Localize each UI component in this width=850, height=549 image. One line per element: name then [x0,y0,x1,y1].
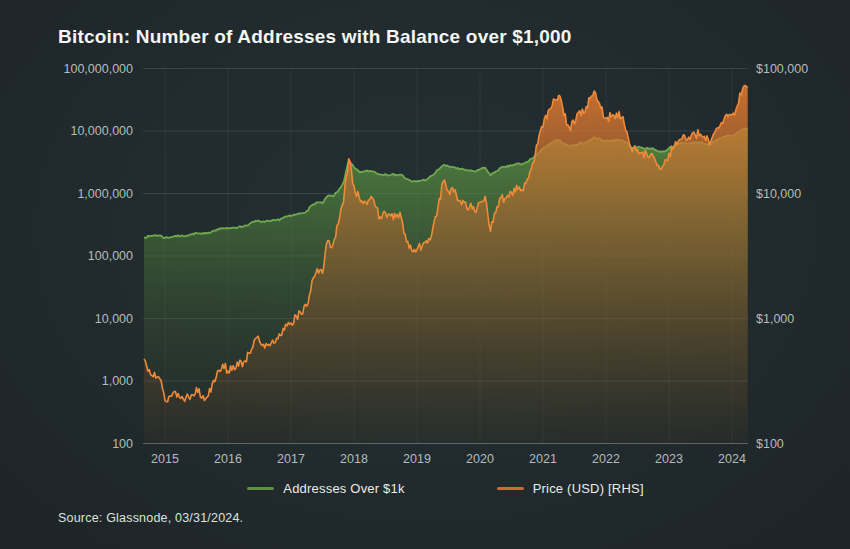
y-right-tick-label: $10,000 [756,187,801,201]
addresses-swatch-icon [247,487,274,490]
y-right-tick-label: $100 [756,437,784,451]
x-tick-label: 2018 [332,452,376,466]
x-tick-label: 2023 [647,452,691,466]
y-right-tick-label: $100,000 [756,62,808,76]
legend: Addresses Over $1k Price (USD) [RHS] [143,481,748,496]
y-left-tick-label: 10,000 [33,312,133,326]
y-right-tick-label: $1,000 [756,312,794,326]
source-note: Source: Glassnode, 03/31/2024. [58,511,243,525]
x-tick-label: 2021 [521,452,565,466]
x-tick-label: 2015 [143,452,187,466]
y-left-tick-label: 10,000,000 [33,124,133,138]
x-tick-label: 2019 [395,452,439,466]
x-tick-label: 2020 [458,452,502,466]
x-tick-label: 2022 [584,452,628,466]
chart-panel: Bitcoin: Number of Addresses with Balanc… [0,0,850,549]
x-tick-label: 2024 [710,452,754,466]
legend-label-price: Price (USD) [RHS] [533,481,644,496]
price-swatch-icon [497,487,524,490]
legend-label-addresses: Addresses Over $1k [283,481,404,496]
x-tick-label: 2016 [206,452,250,466]
y-left-tick-label: 100 [33,437,133,451]
chart-svg [0,0,850,549]
y-left-tick-label: 1,000 [33,374,133,388]
y-left-tick-label: 100,000 [33,249,133,263]
y-left-tick-label: 1,000,000 [33,187,133,201]
x-tick-label: 2017 [269,452,313,466]
legend-item-addresses: Addresses Over $1k [247,481,404,496]
legend-item-price: Price (USD) [RHS] [497,481,644,496]
y-left-tick-label: 100,000,000 [33,62,133,76]
